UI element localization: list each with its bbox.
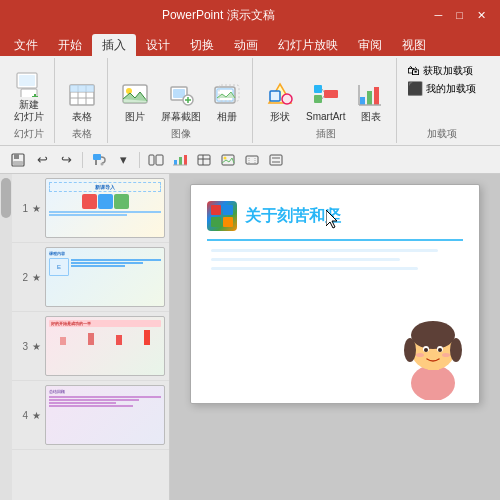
window-title: PowerPoint 演示文稿 <box>8 7 429 24</box>
slide-num-4: 4 <box>16 410 28 421</box>
svg-rect-44 <box>179 157 182 165</box>
slide-num-2: 2 <box>16 272 28 283</box>
smartart-button[interactable]: SmartArt <box>303 77 348 125</box>
svg-point-62 <box>411 365 455 400</box>
image-group-label: 图像 <box>171 125 191 141</box>
slide-thumb-3: 好的开始是成功的一半 <box>45 316 165 376</box>
album-button[interactable]: 相册 <box>208 77 246 125</box>
tab-home[interactable]: 开始 <box>48 34 92 56</box>
tab-view[interactable]: 视图 <box>392 34 436 56</box>
svg-rect-45 <box>184 155 187 165</box>
close-btn[interactable]: ✕ <box>471 4 492 26</box>
table-icon <box>66 79 98 111</box>
svg-rect-52 <box>246 156 258 164</box>
get-addon-icon: 🛍 <box>407 63 420 78</box>
get-addon-label: 获取加载项 <box>423 64 473 78</box>
slide-panel-toggle[interactable] <box>146 150 166 170</box>
svg-rect-10 <box>70 85 94 92</box>
avatar-svg <box>396 305 471 400</box>
ribbon-tabs: 文件 开始 插入 设计 切换 动画 幻灯片放映 审阅 视图 <box>0 30 500 56</box>
illustration-group-label: 插图 <box>316 125 336 141</box>
toolbar-separator-2 <box>139 152 140 168</box>
tab-animation[interactable]: 动画 <box>224 34 268 56</box>
album-icon <box>211 79 243 111</box>
tab-file[interactable]: 文件 <box>4 34 48 56</box>
svg-rect-32 <box>374 87 379 105</box>
window-controls[interactable]: ─ □ ✕ <box>429 4 492 26</box>
svg-rect-41 <box>149 155 154 165</box>
insert-table-quick[interactable] <box>194 150 214 170</box>
chart-button[interactable]: 图表 <box>352 77 390 125</box>
slide-item-3[interactable]: 3 ★ 好的开始是成功的一半 <box>12 312 169 381</box>
shape-button[interactable]: 形状 <box>261 77 299 125</box>
toolbar-separator <box>82 152 83 168</box>
image-buttons: 图片 屏幕截图 <box>116 60 246 125</box>
slide-star-2: ★ <box>32 272 41 283</box>
slide-item-1[interactable]: 1 ★ 新课导入 <box>12 174 169 243</box>
slide-star-3: ★ <box>32 341 41 352</box>
tab-transition[interactable]: 切换 <box>180 34 224 56</box>
slide-line-2 <box>211 258 400 261</box>
slide-title-icon <box>207 201 237 231</box>
undo-button[interactable]: ↩ <box>32 150 52 170</box>
svg-rect-26 <box>314 95 322 103</box>
insert-chart-quick[interactable] <box>170 150 190 170</box>
svg-rect-47 <box>198 155 210 165</box>
svg-rect-30 <box>360 97 365 105</box>
new-slide-label: 新建幻灯片 <box>14 99 44 123</box>
more-options-button[interactable]: ▾ <box>113 150 133 170</box>
slide-item-4[interactable]: 4 ★ 总结回顾 <box>12 381 169 450</box>
slide-item-2[interactable]: 2 ★ 课程内容 E <box>12 243 169 312</box>
tab-insert[interactable]: 插入 <box>92 34 136 56</box>
ribbon-group-addon: 🛍 获取加载项 ⬛ 我的加载项 加载项 <box>399 58 484 143</box>
svg-point-71 <box>438 348 442 352</box>
svg-rect-23 <box>270 91 280 101</box>
quick-access-toolbar: ↩ ↪ ▾ <box>0 146 500 174</box>
svg-rect-59 <box>223 205 233 215</box>
get-addon-button[interactable]: 🛍 获取加载项 <box>405 62 475 79</box>
redo-button[interactable]: ↪ <box>56 150 76 170</box>
slides-group-label: 幻灯片 <box>14 125 44 141</box>
ribbon-group-image: 图片 屏幕截图 <box>110 58 253 143</box>
save-button[interactable] <box>8 150 28 170</box>
slide-panel: 1 ★ 新课导入 <box>12 174 170 500</box>
addon-group-label: 加载项 <box>427 125 457 141</box>
scrollbar-thumb[interactable] <box>1 178 11 218</box>
chart-label: 图表 <box>361 111 381 123</box>
svg-point-40 <box>101 162 104 165</box>
panel-scrollbar[interactable] <box>0 174 12 500</box>
chart-icon <box>355 79 387 111</box>
album-label: 相册 <box>217 111 237 123</box>
illustration-buttons: 形状 SmartArt <box>261 60 390 125</box>
slide-canvas[interactable]: 关于刻苦和坚 <box>190 184 480 404</box>
my-addon-button[interactable]: ⬛ 我的加载项 <box>405 80 478 97</box>
align-quick[interactable] <box>266 150 286 170</box>
slide-body <box>207 249 463 270</box>
slide-size-quick[interactable] <box>242 150 262 170</box>
tab-review[interactable]: 审阅 <box>348 34 392 56</box>
svg-point-24 <box>282 94 292 104</box>
format-paint-button[interactable] <box>89 150 109 170</box>
screenshot-button[interactable]: 屏幕截图 <box>158 77 204 125</box>
tab-slideshow[interactable]: 幻灯片放映 <box>268 34 348 56</box>
table-label: 表格 <box>72 111 92 123</box>
svg-point-72 <box>416 353 424 357</box>
smartart-label: SmartArt <box>306 111 345 123</box>
picture-button[interactable]: 图片 <box>116 77 154 125</box>
insert-picture-quick[interactable] <box>218 150 238 170</box>
slide-line-3 <box>211 267 418 270</box>
slide-panel-container: 1 ★ 新课导入 <box>0 174 170 500</box>
table-button[interactable]: 表格 <box>63 77 101 125</box>
tab-design[interactable]: 设计 <box>136 34 180 56</box>
svg-rect-56 <box>272 157 280 159</box>
svg-rect-42 <box>156 155 163 165</box>
addon-buttons: 🛍 获取加载项 ⬛ 我的加载项 <box>405 60 478 125</box>
svg-rect-58 <box>211 205 221 215</box>
my-addon-label: 我的加载项 <box>426 82 476 96</box>
maximize-btn[interactable]: □ <box>450 4 469 26</box>
svg-rect-50 <box>222 155 234 165</box>
new-slide-button[interactable]: 新建幻灯片 <box>10 65 48 125</box>
my-addon-icon: ⬛ <box>407 81 423 96</box>
minimize-btn[interactable]: ─ <box>429 4 449 26</box>
table-buttons: 表格 <box>63 60 101 125</box>
